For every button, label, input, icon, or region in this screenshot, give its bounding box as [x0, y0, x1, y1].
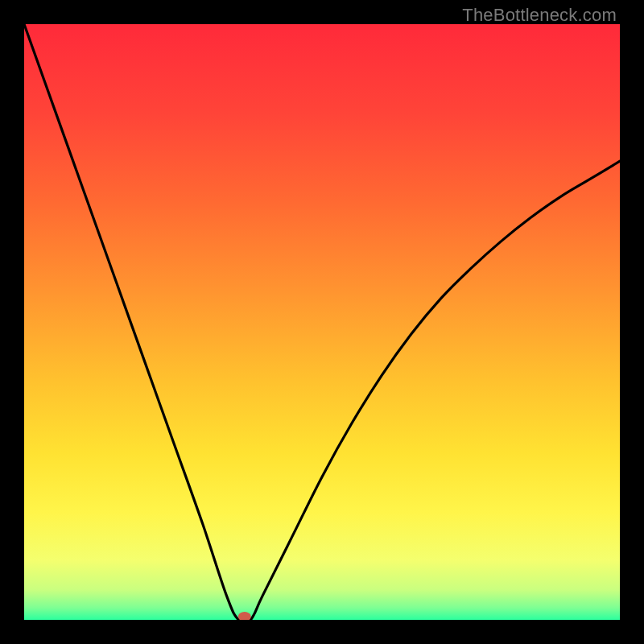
optimal-point-marker — [238, 612, 251, 620]
watermark-text: TheBottleneck.com — [462, 5, 617, 26]
bottleneck-curve — [24, 24, 620, 620]
chart-curve-layer — [24, 24, 620, 620]
chart-frame — [24, 24, 620, 620]
